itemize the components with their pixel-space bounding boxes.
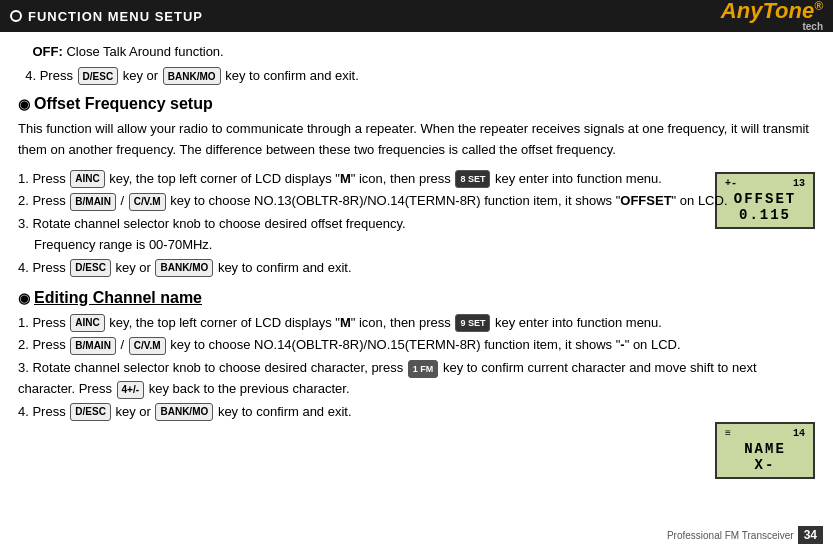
- section3-step2: 2. Press B/MAIN / C/V.M key to choose NO…: [18, 335, 815, 356]
- off-text: Close Talk Around function.: [66, 44, 223, 59]
- section3-container: ◉ Editing Channel name ≡ 14 NAME X- 1. P…: [18, 289, 815, 423]
- section2-body: This function will allow your radio to c…: [18, 119, 815, 161]
- section2-step1: 1. Press AINC key, the top left corner o…: [18, 169, 815, 190]
- section2-step3: 3. Rotate channel selector knob to choos…: [18, 214, 815, 256]
- section2-step4: 4. Press D/ESC key or BANK/MO key to con…: [18, 258, 815, 279]
- main-content: OFF: Close Talk Around function. 4. Pres…: [0, 32, 833, 435]
- bank-key-s3: BANK/MO: [155, 403, 213, 421]
- bmain-key-s3: B/MAIN: [70, 337, 116, 355]
- bmain-key-s2: B/MAIN: [70, 193, 116, 211]
- section2-heading: ◉ Offset Frequency setup: [18, 95, 815, 113]
- ainc-key-s2: AINC: [70, 170, 104, 188]
- section3-title: Editing Channel name: [34, 289, 202, 307]
- section3-heading: ◉ Editing Channel name: [18, 289, 815, 307]
- section2-steps: 1. Press AINC key, the top left corner o…: [18, 169, 815, 279]
- lcd-name-header-icon: ≡: [725, 428, 731, 439]
- section3-step4: 4. Press D/ESC key or BANK/MO key to con…: [18, 402, 815, 423]
- bank-key-s2: BANK/MO: [155, 259, 213, 277]
- page-header: FUNCTION MENU SETUP AnyTone®tech: [0, 0, 833, 32]
- section1-step4: 4. Press D/ESC key or BANK/MO key to con…: [18, 66, 815, 86]
- header-title-text: FUNCTION MENU SETUP: [28, 9, 203, 24]
- logo-text: AnyTone®tech: [721, 0, 823, 32]
- 8set-key: 8 SET: [455, 170, 490, 188]
- bank-key: BANK/MO: [163, 67, 221, 85]
- 9set-key: 9 SET: [455, 314, 490, 332]
- desc-key-s3: D/ESC: [70, 403, 111, 421]
- section3-arrow-icon: ◉: [18, 290, 30, 306]
- logo: AnyTone®tech: [721, 0, 823, 32]
- lcd-name-header-right: 14: [793, 428, 805, 439]
- page-footer: Professional FM Transceiver 34: [657, 522, 833, 548]
- 1fm-key: 1 FM: [408, 360, 439, 378]
- section2-arrow-icon: ◉: [18, 96, 30, 112]
- section2-step2: 2. Press B/MAIN / C/V.M key to choose NO…: [18, 191, 815, 212]
- off-line: OFF: Close Talk Around function.: [18, 42, 815, 62]
- header-title-group: FUNCTION MENU SETUP: [10, 9, 203, 24]
- page-number: 34: [798, 526, 823, 544]
- lcd-name-display: ≡ 14 NAME X-: [715, 422, 815, 479]
- lcd-name-line1: NAME: [725, 441, 805, 457]
- header-bullet-icon: [10, 10, 22, 22]
- footer-brand: Professional FM Transceiver: [667, 530, 794, 541]
- lcd-name-line2: X-: [725, 457, 805, 473]
- off-label: OFF:: [32, 44, 62, 59]
- 4plus-key: 4+/-: [117, 381, 145, 399]
- section3-step1: 1. Press AINC key, the top left corner o…: [18, 313, 815, 334]
- section2-title: Offset Frequency setup: [34, 95, 213, 113]
- cvm-key-s3: C/V.M: [129, 337, 166, 355]
- section3-step3: 3. Rotate channel selector knob to choos…: [18, 358, 815, 400]
- section3-steps: 1. Press AINC key, the top left corner o…: [18, 313, 815, 423]
- desc-key: D/ESC: [78, 67, 119, 85]
- desc-key-s2: D/ESC: [70, 259, 111, 277]
- ainc-key-s3: AINC: [70, 314, 104, 332]
- cvm-key-s2: C/V.M: [129, 193, 166, 211]
